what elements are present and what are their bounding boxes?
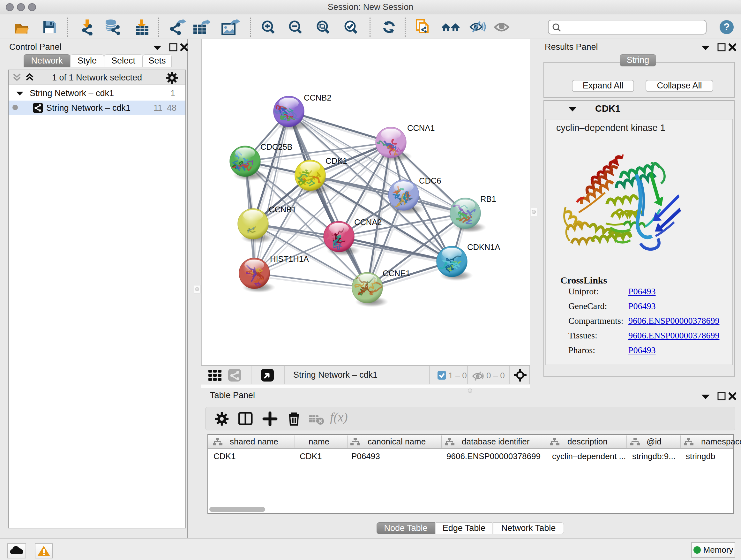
svg-text:?: ? — [724, 21, 730, 33]
svg-text:CCNB1: CCNB1 — [269, 205, 296, 214]
svg-text:CCNE1: CCNE1 — [383, 269, 410, 278]
svg-text:CCNA1: CCNA1 — [407, 124, 434, 132]
svg-text:CCNA2: CCNA2 — [354, 218, 382, 227]
svg-text:CDKN1A: CDKN1A — [467, 243, 500, 252]
svg-text:HIST1H1A: HIST1H1A — [270, 254, 309, 263]
svg-text:CDC25B: CDC25B — [260, 142, 293, 151]
svg-text:RB1: RB1 — [480, 194, 496, 203]
svg-text:CDC6: CDC6 — [419, 176, 441, 185]
svg-text:CCNB2: CCNB2 — [304, 93, 331, 102]
svg-text:CDK1: CDK1 — [326, 157, 347, 165]
